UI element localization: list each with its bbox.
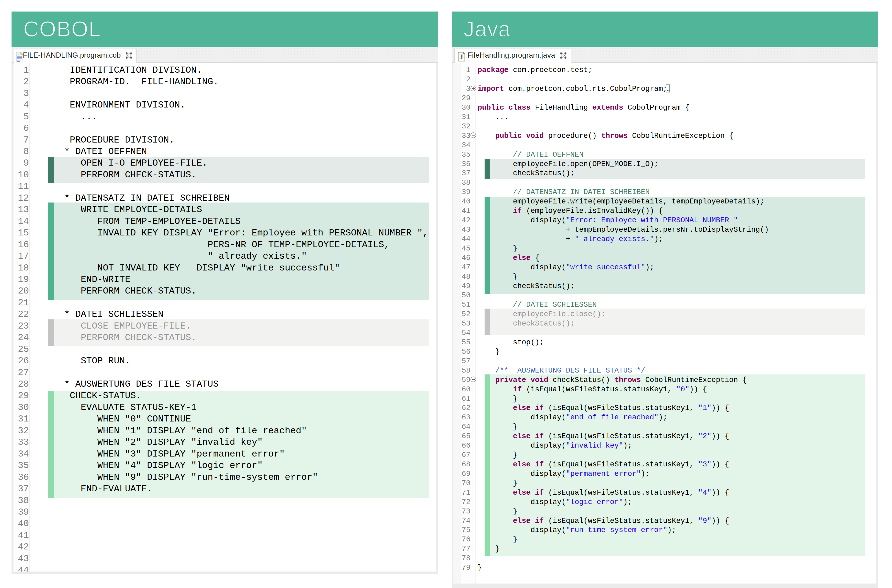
svg-text:J: J	[460, 52, 463, 60]
